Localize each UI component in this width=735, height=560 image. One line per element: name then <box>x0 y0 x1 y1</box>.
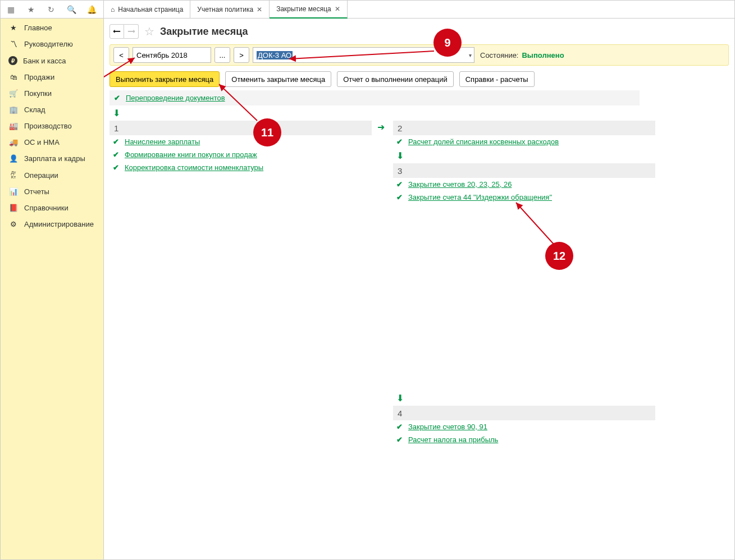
references-button[interactable]: Справки - расчеты <box>459 71 535 87</box>
close-20-23-25-26-link[interactable]: Закрытие счетов 20, 23, 25, 26 <box>408 180 512 189</box>
tab-home[interactable]: ⌂ Начальная страница <box>104 1 190 19</box>
operations-report-button[interactable]: Отчет о выполнении операций <box>337 71 454 87</box>
chevron-down-icon[interactable]: ▾ <box>469 52 472 58</box>
history-icon[interactable]: ↻ <box>41 5 61 14</box>
building-icon: 🏢 <box>8 105 19 114</box>
person-icon: 👤 <box>8 154 19 163</box>
run-close-button[interactable]: Выполнить закрытие месяца <box>109 71 220 87</box>
down-arrow-icon: ⬇ <box>396 393 655 403</box>
tab-label: Закрытие месяца <box>276 5 331 13</box>
sidebar-item-admin[interactable]: ⚙Администрирование <box>1 216 103 232</box>
tab-bar: ⌂ Начальная страница Учетная политика ✕ … <box>104 1 734 18</box>
period-more-button[interactable]: ... <box>214 47 230 63</box>
stage-header: 1 <box>109 121 372 135</box>
check-icon: ✔ <box>396 193 403 201</box>
cost-adjustment-link[interactable]: Корректировка стоимости номенклатуры <box>125 163 263 172</box>
check-icon: ✔ <box>396 423 403 431</box>
down-arrow-icon: ⬇ <box>113 108 729 118</box>
notifications-icon[interactable]: 🔔 <box>81 5 102 14</box>
organization-select[interactable]: ДОК-3 АО ▾ <box>253 47 474 63</box>
truck-icon: 🚚 <box>8 138 19 146</box>
tab-label: Учетная политика <box>197 6 253 13</box>
home-icon: ⌂ <box>111 6 115 13</box>
factory-icon: 🏭 <box>8 122 19 130</box>
book-icon: 📕 <box>8 204 19 212</box>
next-month-button[interactable]: > <box>234 47 249 63</box>
organization-value: ДОК-3 АО <box>257 51 293 59</box>
close-90-91-link[interactable]: Закрытие счетов 90, 91 <box>408 423 487 431</box>
prev-month-button[interactable]: < <box>113 47 129 63</box>
report-icon: 📊 <box>8 187 19 196</box>
sidebar-item-purchases[interactable]: 🛒Покупки <box>1 85 103 102</box>
ruble-icon: ₽ <box>8 56 17 65</box>
state-label: Состояние: <box>480 51 518 59</box>
sidebar-item-operations[interactable]: ДтКтОперации <box>1 167 103 183</box>
sidebar-item-manager[interactable]: 〽Руководителю <box>1 36 103 52</box>
sidebar-item-production[interactable]: 🏭Производство <box>1 118 103 134</box>
tab-month-close[interactable]: Закрытие месяца ✕ <box>270 1 348 19</box>
content-area: 🠔 🠖 ☆ Закрытие месяца < ... > ДОК-3 АО ▾… <box>104 19 734 559</box>
check-icon: ✔ <box>396 180 403 189</box>
salary-accrual-link[interactable]: Начисление зарплаты <box>125 137 200 146</box>
page-title: Закрытие месяца <box>160 26 248 38</box>
apps-icon[interactable]: ▦ <box>1 5 21 14</box>
bag-icon: 🛍 <box>8 73 19 81</box>
forward-button[interactable]: 🠖 <box>124 24 139 39</box>
tab-label: Начальная страница <box>118 6 183 13</box>
check-icon: ✔ <box>396 435 403 444</box>
vat-book-link[interactable]: Формирование книги покупок и продаж <box>125 150 257 159</box>
stage-header: 4 <box>393 406 655 420</box>
period-input[interactable] <box>133 47 211 63</box>
sidebar-item-main[interactable]: ★Главное <box>1 20 103 36</box>
stage-header: 3 <box>393 163 655 178</box>
sidebar-item-warehouse[interactable]: 🏢Склад <box>1 102 103 118</box>
sidebar-item-salary[interactable]: 👤Зарплата и кадры <box>1 150 103 167</box>
close-icon[interactable]: ✕ <box>257 6 262 13</box>
sidebar-item-reports[interactable]: 📊Отчеты <box>1 183 103 200</box>
back-button[interactable]: 🠔 <box>109 24 124 39</box>
sidebar: ★Главное 〽Руководителю ₽Банк и касса 🛍Пр… <box>1 19 104 559</box>
star-icon: ★ <box>8 24 19 32</box>
indirect-costs-link[interactable]: Расчет долей списания косвенных расходов <box>408 137 559 146</box>
sidebar-item-sales[interactable]: 🛍Продажи <box>1 69 103 85</box>
check-icon: ✔ <box>113 137 119 146</box>
cancel-close-button[interactable]: Отменить закрытие месяца <box>225 71 331 87</box>
tab-accounting-policy[interactable]: Учетная политика ✕ <box>190 1 270 19</box>
close-icon[interactable]: ✕ <box>335 5 340 13</box>
check-icon: ✔ <box>113 163 119 172</box>
period-bar: < ... > ДОК-3 АО ▾ Состояние: Выполнено <box>109 44 729 66</box>
close-44-link[interactable]: Закрытие счета 44 "Издержки обращения" <box>408 193 552 201</box>
cart-icon: 🛒 <box>8 89 19 98</box>
stage-header: 2 <box>393 121 655 135</box>
right-column: 2 ✔Расчет долей списания косвенных расхо… <box>393 121 655 446</box>
sidebar-item-assets[interactable]: 🚚ОС и НМА <box>1 134 103 150</box>
state-value: Выполнено <box>522 51 564 59</box>
stage-1-column: 1 ✔Начисление зарплаты ✔Формирование кни… <box>109 121 372 446</box>
chart-icon: 〽 <box>8 40 19 48</box>
sidebar-item-bank[interactable]: ₽Банк и касса <box>1 52 103 69</box>
check-icon: ✔ <box>396 137 403 146</box>
profit-tax-link[interactable]: Расчет налога на прибыль <box>408 435 498 444</box>
favorite-icon[interactable]: ★ <box>21 5 41 14</box>
check-icon: ✔ <box>114 94 120 102</box>
gear-icon: ⚙ <box>8 220 19 228</box>
check-icon: ✔ <box>113 150 119 159</box>
right-arrow-icon: ➜ <box>377 122 385 132</box>
down-arrow-icon: ⬇ <box>396 150 655 161</box>
repost-documents-link[interactable]: Перепроведение документов <box>126 94 225 102</box>
repost-row: ✔ Перепроведение документов <box>109 90 640 105</box>
search-icon[interactable]: 🔍 <box>61 5 81 14</box>
dtkt-icon: ДтКт <box>8 171 19 180</box>
sidebar-item-refs[interactable]: 📕Справочники <box>1 200 103 216</box>
favorite-star-icon[interactable]: ☆ <box>144 25 154 38</box>
